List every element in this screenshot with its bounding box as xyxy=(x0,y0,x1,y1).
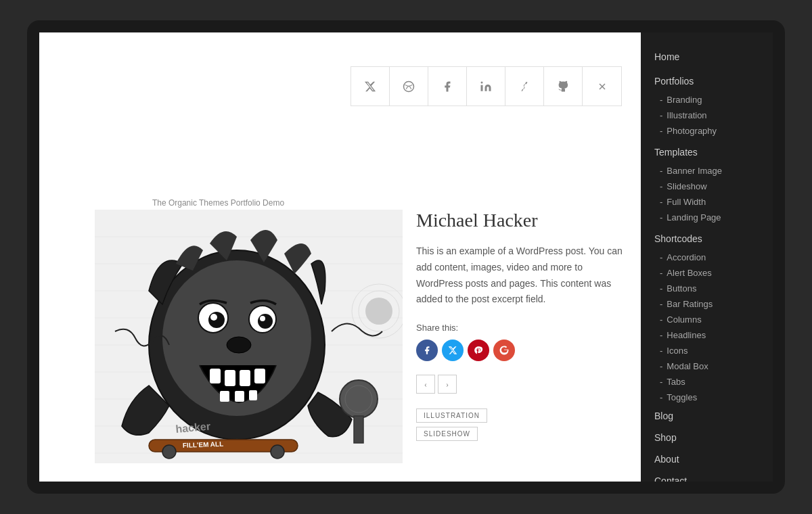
svg-rect-31 xyxy=(354,416,363,443)
svg-rect-24 xyxy=(225,370,235,386)
svg-point-1 xyxy=(481,81,483,83)
svg-point-22 xyxy=(227,337,251,353)
facebook-share-button[interactable] xyxy=(428,67,467,106)
sidebar-item-banner-image[interactable]: Banner Image xyxy=(641,163,773,179)
svg-rect-28 xyxy=(235,391,244,402)
sidebar-item-templates[interactable]: Templates xyxy=(641,141,773,163)
sidebar: Home Portfolios Branding Illustration Ph… xyxy=(641,32,773,482)
sidebar-item-toggles[interactable]: Toggles xyxy=(641,390,773,405)
sidebar-item-photography[interactable]: Photography xyxy=(641,123,773,139)
dribbble-share-button[interactable] xyxy=(390,67,428,106)
sidebar-item-shop[interactable]: Shop xyxy=(641,427,773,448)
nav-arrows: ‹ › xyxy=(416,375,627,394)
svg-rect-29 xyxy=(249,390,257,400)
sidebar-item-columns[interactable]: Columns xyxy=(641,312,773,327)
svg-point-40 xyxy=(365,298,392,325)
sidebar-item-bar-ratings[interactable]: Bar Ratings xyxy=(641,296,773,312)
sidebar-item-about[interactable]: About xyxy=(641,448,773,470)
svg-text:FILL'EM ALL: FILL'EM ALL xyxy=(183,440,224,449)
sidebar-item-accordion[interactable]: Accordion xyxy=(641,250,773,265)
social-share-bar xyxy=(351,66,622,106)
sidebar-item-branding[interactable]: Branding xyxy=(641,92,773,108)
sidebar-item-alert-boxes[interactable]: Alert Boxes xyxy=(641,265,773,281)
github-share-button[interactable] xyxy=(544,67,583,106)
sidebar-item-portfolios[interactable]: Portfolios xyxy=(641,70,773,92)
svg-point-19 xyxy=(258,314,273,329)
svg-point-18 xyxy=(208,312,225,328)
sidebar-item-full-width[interactable]: Full Width xyxy=(641,194,773,210)
linkedin-share-button[interactable] xyxy=(467,67,505,106)
sidebar-item-contact[interactable]: Contact xyxy=(641,470,773,482)
tag-illustration[interactable]: ILLUSTRATION xyxy=(416,408,487,423)
sidebar-item-slideshow[interactable]: Slideshow xyxy=(641,179,773,194)
svg-rect-27 xyxy=(220,391,229,402)
share-pinterest-button[interactable] xyxy=(468,340,489,361)
svg-rect-25 xyxy=(240,370,250,386)
share-googleplus-button[interactable] xyxy=(493,340,515,361)
illustration-image: FILL'EM ALL hacker xyxy=(95,210,403,463)
tag-slideshow[interactable]: SLIDESHOW xyxy=(416,427,478,441)
prev-arrow[interactable]: ‹ xyxy=(416,375,435,394)
share-label: Share this: xyxy=(416,323,627,333)
next-arrow[interactable]: › xyxy=(438,375,457,394)
share-icons-row xyxy=(416,340,627,361)
post-content: Michael Hacker This is an example of a W… xyxy=(416,210,627,468)
svg-point-21 xyxy=(260,316,265,321)
svg-rect-23 xyxy=(210,369,221,383)
demo-label: The Organic Themes Portfolio Demo xyxy=(107,198,330,208)
share-facebook-button[interactable] xyxy=(416,340,438,361)
monitor: The Organic Themes Portfolio Demo xyxy=(27,20,785,494)
svg-point-20 xyxy=(210,314,217,321)
browser-window: The Organic Themes Portfolio Demo xyxy=(39,32,773,482)
sidebar-item-buttons[interactable]: Buttons xyxy=(641,281,773,296)
post-title: Michael Hacker xyxy=(416,210,627,231)
svg-point-0 xyxy=(404,81,414,91)
deviantart-share-button[interactable] xyxy=(505,67,544,106)
sidebar-item-blog[interactable]: Blog xyxy=(641,405,773,427)
close-button[interactable] xyxy=(583,67,621,106)
sidebar-item-home[interactable]: Home xyxy=(641,46,773,68)
sidebar-item-illustration[interactable]: Illustration xyxy=(641,108,773,123)
share-twitter-button[interactable] xyxy=(442,340,464,361)
twitter-share-button[interactable] xyxy=(351,67,390,106)
sidebar-item-headlines[interactable]: Headlines xyxy=(641,327,773,343)
sidebar-item-shortcodes[interactable]: Shortcodes xyxy=(641,228,773,250)
sidebar-item-tabs[interactable]: Tabs xyxy=(641,374,773,390)
svg-rect-26 xyxy=(254,369,265,383)
post-excerpt: This is an example of a WordPress post. … xyxy=(416,243,627,308)
svg-point-34 xyxy=(162,445,176,459)
sidebar-item-landing-page[interactable]: Landing Page xyxy=(641,210,773,225)
sidebar-item-icons[interactable]: Icons xyxy=(641,343,773,358)
tags-list: ILLUSTRATION SLIDESHOW xyxy=(416,408,627,441)
main-content: The Organic Themes Portfolio Demo xyxy=(39,32,641,482)
svg-point-35 xyxy=(271,445,284,459)
sidebar-item-modal-box[interactable]: Modal Box xyxy=(641,358,773,374)
